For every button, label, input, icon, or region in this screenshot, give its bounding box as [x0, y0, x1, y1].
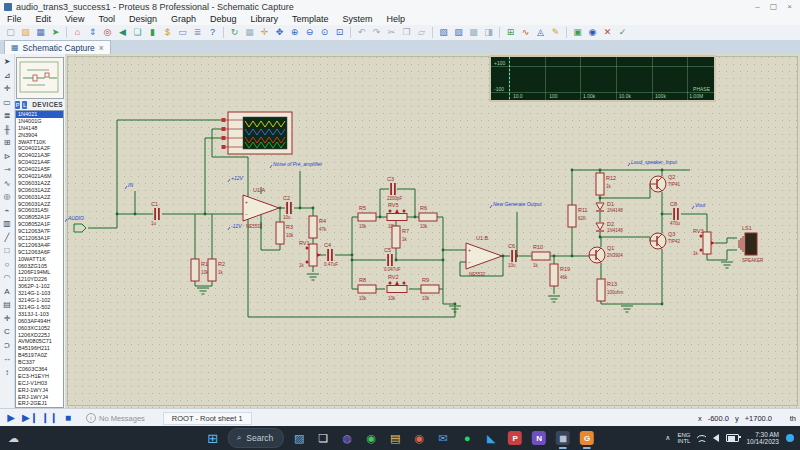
device-item[interactable]: ERJ-2GEJ1	[16, 400, 63, 407]
ground-symbol[interactable]	[197, 288, 209, 294]
device-item[interactable]: 9C04021A5F	[16, 166, 63, 173]
mode-tool-2[interactable]: ✛	[1, 83, 13, 95]
toolbar-icon-27[interactable]: ✂	[385, 26, 398, 39]
toolbar-icon-25[interactable]: ↶	[355, 26, 368, 39]
toolbar-icon-6[interactable]: ⇕	[86, 26, 99, 39]
net-label[interactable]: Vout	[692, 202, 706, 209]
wifi-icon[interactable]	[697, 435, 706, 442]
mode-tool-15[interactable]: ○	[1, 259, 13, 271]
mode-tool-7[interactable]: ⊳	[1, 151, 13, 163]
component-R8[interactable]: R810k	[358, 277, 376, 301]
device-item[interactable]: B45197A0Z	[16, 352, 63, 359]
component-LS1[interactable]: LS1SPEAKER	[739, 225, 764, 263]
ground-symbol[interactable]	[621, 306, 633, 312]
device-item[interactable]: 3214G-1-502	[16, 304, 63, 311]
component-U1:B[interactable]: +−U1:BNE5532	[466, 235, 502, 277]
toolbar-icon-26[interactable]: ↷	[370, 26, 383, 39]
device-item[interactable]: 1N4001G	[16, 118, 63, 125]
component-term[interactable]	[74, 224, 86, 232]
device-item[interactable]: 9C04021A3F	[16, 152, 63, 159]
menu-design[interactable]: Design	[122, 13, 164, 25]
mode-tool-19[interactable]: ✛	[1, 313, 13, 325]
device-item[interactable]: 3062P-1-102	[16, 283, 63, 290]
device-item[interactable]: 0603AF494H	[16, 318, 63, 325]
menu-system[interactable]: System	[336, 13, 380, 25]
toolbar-icon-18[interactable]: ✛	[258, 26, 271, 39]
component-R3[interactable]: R310k	[276, 222, 294, 244]
mode-tool-12[interactable]: ▥	[1, 218, 13, 230]
wire[interactable]	[707, 254, 727, 260]
toolbar-icon-33[interactable]: ▩	[467, 26, 480, 39]
menu-file[interactable]: File	[0, 13, 29, 25]
net-label[interactable]: AUDIO	[65, 215, 84, 222]
wire[interactable]	[443, 289, 455, 304]
menu-debug[interactable]: Debug	[203, 13, 244, 25]
frequency-graph-window[interactable]: +100 -100 PHASE 10.01001.00k10.0k100k1.0…	[489, 55, 716, 102]
device-item[interactable]: 0603ZG105	[16, 263, 63, 270]
mode-tool-0[interactable]: ➤	[1, 56, 13, 68]
menu-template[interactable]: Template	[285, 13, 336, 25]
vscode-icon[interactable]: ◣	[482, 429, 500, 447]
component-Q1[interactable]: Q12N3904	[589, 245, 623, 263]
volume-icon[interactable]	[713, 434, 719, 442]
pause-button[interactable]: ❙❙	[41, 411, 57, 425]
toolbar-icon-22[interactable]: ⊙	[318, 26, 331, 39]
component-R5[interactable]: R510k	[358, 205, 376, 229]
schematic-canvas[interactable]: C11uR110kR21k+−U1:ANE5532C210uR310kR447k…	[65, 54, 800, 408]
device-item[interactable]: 1206XD225J	[16, 332, 63, 339]
toolbar-icon-21[interactable]: ⊖	[303, 26, 316, 39]
net-label[interactable]: Loud_speaker_Input	[628, 159, 677, 166]
tab-close-icon[interactable]: ×	[99, 43, 104, 53]
search-box[interactable]: ⌕ Search	[228, 428, 284, 448]
mode-tool-21[interactable]: Ɔ	[1, 340, 13, 352]
stop-button[interactable]: ■	[60, 411, 76, 425]
component-RV5[interactable]: RV510k	[387, 202, 407, 229]
mode-tool-16[interactable]: ◠	[1, 272, 13, 284]
toolbar-icon-32[interactable]: ▨	[452, 26, 465, 39]
mode-tool-11[interactable]: ⌁	[1, 205, 13, 217]
device-item[interactable]: 9C06031A2Z	[16, 180, 63, 187]
device-item[interactable]: 3214G-1-103	[16, 290, 63, 297]
menu-edit[interactable]: Edit	[29, 13, 59, 25]
mode-tool-3[interactable]: ▭	[1, 97, 13, 109]
toolbar-icon-28[interactable]: ❐	[400, 26, 413, 39]
play-button[interactable]: ▶	[3, 411, 19, 425]
mode-tool-22[interactable]: ↔	[1, 353, 13, 365]
onenote-icon[interactable]: N	[530, 429, 548, 447]
toolbar-icon-39[interactable]: ✎	[549, 26, 562, 39]
net-label[interactable]: New Generate Output	[490, 201, 542, 208]
tray-caret-icon[interactable]: ∧	[665, 434, 670, 442]
net-label[interactable]: Noise of Pre_amplifier	[270, 161, 323, 168]
toolbar-icon-23[interactable]: ⊡	[333, 26, 346, 39]
net-label[interactable]: +12V	[228, 175, 243, 182]
mode-tool-6[interactable]: ⊞	[1, 137, 13, 149]
component-R6[interactable]: R610k	[419, 205, 437, 229]
ground-symbol[interactable]	[548, 296, 560, 302]
toolbar-icon-31[interactable]: ▧	[437, 26, 450, 39]
sheet-selector[interactable]: ROOT - Root sheet 1	[163, 412, 252, 425]
device-item[interactable]: ECJ-V1H03	[16, 380, 63, 387]
chrome-icon[interactable]: ◉	[410, 429, 428, 447]
device-item[interactable]: 3214G-1-102	[16, 297, 63, 304]
wire[interactable]	[397, 189, 415, 217]
maximize-button[interactable]: ▢	[770, 2, 778, 11]
device-item[interactable]: 9C12063A1F	[16, 235, 63, 242]
library-button[interactable]: L	[22, 101, 27, 109]
net-label[interactable]: IN	[125, 182, 133, 189]
proteus-icon[interactable]: ▩	[554, 429, 572, 447]
device-item[interactable]: BC337	[16, 359, 63, 366]
device-item[interactable]: 9C12063A7F	[16, 228, 63, 235]
ground-symbol[interactable]	[721, 262, 733, 268]
mode-tool-8[interactable]: ⊸	[1, 164, 13, 176]
outlook-icon[interactable]: ✉	[434, 429, 452, 447]
component-D2[interactable]: D21N4148	[596, 221, 623, 233]
mode-tool-1[interactable]: ⊿	[1, 70, 13, 82]
g-app-icon[interactable]: G	[578, 429, 596, 447]
p-app-icon[interactable]: P	[506, 429, 524, 447]
component-Q2[interactable]: Q2TIP41	[650, 174, 681, 192]
device-item[interactable]: 1206F194ML	[16, 269, 63, 276]
mode-tool-20[interactable]: C	[1, 326, 13, 338]
component-Q3[interactable]: Q3TIP42	[650, 231, 681, 249]
file-explorer-icon[interactable]: ▤	[386, 429, 404, 447]
toolbar-icon-2[interactable]: ▦	[34, 26, 47, 39]
